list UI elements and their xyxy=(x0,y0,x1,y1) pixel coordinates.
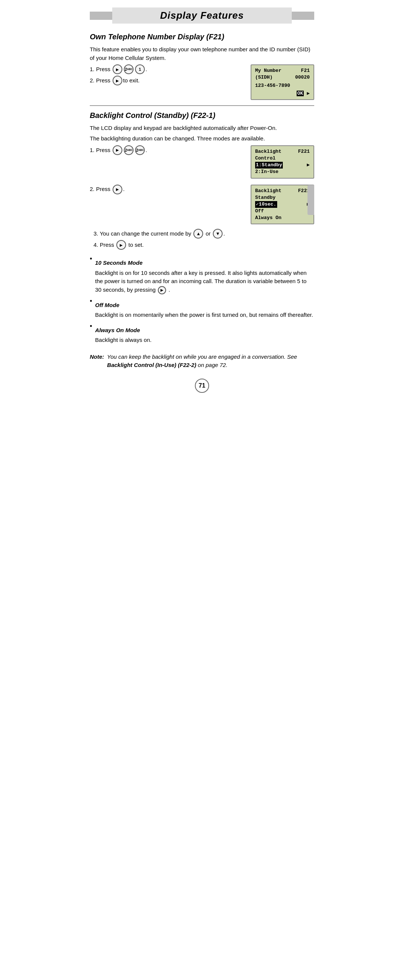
step1-s2-num: 1. Press xyxy=(90,146,110,155)
btn-f-step1a[interactable] xyxy=(112,64,122,74)
btn-f-bullet1[interactable] xyxy=(158,286,166,294)
step1-s2-line: 1. Press 2ABC 2ABC . xyxy=(90,145,243,155)
lcd2-value1: F221 xyxy=(298,148,310,155)
lcd2-label1: Backlight xyxy=(255,148,281,155)
step2-s2-line: 2. Press . xyxy=(90,185,243,194)
lcd3-always: Always On xyxy=(255,215,310,221)
lcd-display-1: My Number F21 (SIDH) 00020 123-456-7890 … xyxy=(250,64,314,100)
lcd1-ok: OK xyxy=(297,91,304,96)
bullet-1-content: 10 Seconds Mode Backlight is on for 10 s… xyxy=(95,255,314,297)
btn-f-s2-4[interactable] xyxy=(116,240,126,250)
note-label: Note: xyxy=(90,353,104,361)
step2-line: 2. Press to exit. xyxy=(90,76,243,85)
lcd2-line3-row: 1:Standby ▶ xyxy=(255,162,310,169)
btn-f-s2-1[interactable] xyxy=(112,145,122,155)
step1-suffix: . xyxy=(146,65,147,74)
section2-body2: The backlighting duration can be changed… xyxy=(90,134,314,143)
lcd2-line2: Control xyxy=(255,155,310,162)
page-wrapper: Display Features Own Telephone Number Di… xyxy=(90,8,314,393)
bullet-3-text: Backlight is always on. xyxy=(95,336,152,345)
step1-num: 1. Press xyxy=(90,65,110,74)
bullet-off: • Off Mode Backlight is on momentarily w… xyxy=(90,298,314,322)
page-header: Display Features xyxy=(90,8,314,24)
note-bold: Backlight Control (In-Use) (F22-2) xyxy=(107,362,196,368)
bullet-3-content: Always On Mode Backlight is always on. xyxy=(95,323,152,347)
lcd-display-3: Backlight F221 Standby ✓10sec. ▶ Off Alw… xyxy=(250,185,314,225)
lcd-display-2: Backlight F221 Control 1:Standby ▶ 2:In-… xyxy=(250,145,314,179)
header-bar-left xyxy=(90,12,112,20)
lcd1-value2: 00020 xyxy=(295,74,310,81)
bullet-1-text: Backlight is on for 10 seconds after a k… xyxy=(95,269,314,294)
lcd1-line3: 123-456-7890 xyxy=(255,83,310,89)
section2-step2-col: 2. Press . xyxy=(90,185,243,196)
note-text: You can keep the backlight on while you … xyxy=(107,353,314,370)
header-bar-right xyxy=(292,12,314,20)
section1-title: Own Telephone Number Display (F21) xyxy=(90,31,314,42)
step3-s2-line: 3. You can change the current mode by ▲ … xyxy=(93,229,314,239)
step2-num: 2. Press xyxy=(90,76,110,85)
btn-2abc-step1[interactable]: 2ABC xyxy=(124,64,133,74)
note-block: Note: You can keep the backlight on whil… xyxy=(90,353,314,370)
btn-2abc-s2-2[interactable]: 2ABC xyxy=(135,145,145,155)
divider1 xyxy=(90,105,314,106)
lcd2-line4: 2:In-Use xyxy=(255,169,310,175)
lcd3-line3-row: ✓10sec. ▶ xyxy=(255,201,310,208)
step3-suffix: . xyxy=(223,229,225,238)
step4-suffix: to set. xyxy=(127,241,144,250)
section2-step1-row: 1. Press 2ABC 2ABC . Backlight F221 Cont… xyxy=(90,145,314,179)
step3-num: 3. xyxy=(93,229,100,238)
lcd3-checkmark: ✓ xyxy=(256,202,259,207)
lcd1-value1: F21 xyxy=(301,67,310,74)
page-number-row: 71 xyxy=(90,379,314,393)
bullet-10sec: • 10 Seconds Mode Backlight is on for 10… xyxy=(90,255,314,297)
bullet-2-content: Off Mode Backlight is on momentarily whe… xyxy=(95,298,313,322)
step3-text: You can change the current mode by xyxy=(100,229,193,238)
step1-s2-suffix: . xyxy=(146,146,147,155)
bullet-2-title: Off Mode xyxy=(95,301,313,310)
bullet-always-on: • Always On Mode Backlight is always on. xyxy=(90,323,314,347)
lcd2-arrow1: ▶ xyxy=(307,162,310,169)
page-number: 71 xyxy=(195,379,209,393)
btn-1-step1[interactable]: 1 xyxy=(135,64,145,74)
lcd3-line2: Standby xyxy=(255,194,310,201)
bullet-dot-2: • xyxy=(90,297,92,306)
btn-up[interactable]: ▲ xyxy=(193,229,203,239)
bullet-1-title: 10 Seconds Mode xyxy=(95,259,314,267)
section2-body1: The LCD display and keypad are backlight… xyxy=(90,124,314,132)
step2-suffix: to exit. xyxy=(123,76,139,85)
step1-line: 1. Press 2ABC 1 . xyxy=(90,64,243,74)
section2-step2-row: 2. Press . Backlight F221 Standby ✓10sec… xyxy=(90,185,314,225)
lcd3-label1: Backlight xyxy=(255,188,281,194)
step2-s2-num: 2. Press xyxy=(90,185,110,194)
lcd1-ok-row: OK ▶ xyxy=(255,90,310,97)
step4-num: 4. Press xyxy=(93,241,116,250)
step4-s2-line: 4. Press to set. xyxy=(93,240,314,250)
btn-2abc-s2-1[interactable]: 2ABC xyxy=(124,145,133,155)
lcd2-highlight: 1:Standby xyxy=(255,162,283,169)
bullet-dot-3: • xyxy=(90,322,92,331)
btn-f-step1b[interactable] xyxy=(112,76,122,85)
section-backlight: Backlight Control (Standby) (F22-1) The … xyxy=(90,110,314,250)
section1-body: This feature enables you to display your… xyxy=(90,45,314,62)
lcd3-10sec: ✓10sec. xyxy=(255,201,277,208)
lcd3-10sec-text: 10sec. xyxy=(259,202,276,207)
btn-f-s2-2[interactable] xyxy=(112,185,122,194)
lcd1-label2: (SIDH) xyxy=(255,74,273,81)
bullet-dot-1: • xyxy=(90,254,92,264)
section1-steps-row: 1. Press 2ABC 1 . 2. Press to exit. My N… xyxy=(90,64,314,100)
step3-or: or xyxy=(204,229,212,238)
lcd3-off: Off xyxy=(255,208,310,215)
bullets-section: • 10 Seconds Mode Backlight is on for 10… xyxy=(90,255,314,347)
section-own-telephone: Own Telephone Number Display (F21) This … xyxy=(90,31,314,100)
section2-title: Backlight Control (Standby) (F22-1) xyxy=(90,110,314,121)
sidebar-tab xyxy=(307,185,314,215)
section2-step1-col: 1. Press 2ABC 2ABC . xyxy=(90,145,243,156)
btn-down[interactable]: ▼ xyxy=(213,229,223,239)
section1-steps: 1. Press 2ABC 1 . 2. Press to exit. xyxy=(90,64,243,87)
bullet-2-text: Backlight is on momentarily when the pow… xyxy=(95,311,313,320)
step2-s2-suffix: . xyxy=(123,185,125,194)
page-title: Display Features xyxy=(112,8,292,24)
lcd1-label1: My Number xyxy=(255,67,281,74)
lcd1-arrow: ▶ xyxy=(307,91,310,96)
bullet-3-title: Always On Mode xyxy=(95,326,152,335)
